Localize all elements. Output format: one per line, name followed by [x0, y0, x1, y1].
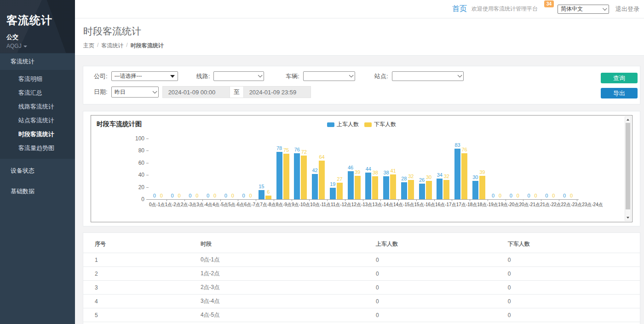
table-cell: 0: [496, 267, 640, 281]
chart-category-group: 00: [220, 139, 238, 199]
query-button[interactable]: 查询: [601, 73, 638, 83]
alighting-bar: 32: [443, 139, 449, 199]
language-select[interactable]: 简体中文: [558, 5, 609, 14]
company-select[interactable]: ---请选择---: [111, 71, 178, 81]
bar-value-label: 27: [337, 176, 342, 182]
topbar: 首页 欢迎使用客流统计管理平台 34 简体中文 退出登录: [75, 0, 644, 18]
table-cell: 4点-5点: [189, 308, 364, 322]
y-axis-tick-label: 40: [124, 172, 144, 178]
sidebar-subitem[interactable]: 客流明细: [0, 72, 75, 86]
breadcrumb-section[interactable]: 客流统计: [101, 42, 123, 50]
legend-boarding[interactable]: 上车人数: [327, 121, 359, 128]
table-cell: 0点-1点: [189, 253, 364, 267]
sidebar: 客流统计 公交 AQGJ 客流统计客流明细客流汇总线路客流统计站点客流统计时段客…: [0, 0, 75, 324]
y-axis-tick: [146, 163, 149, 163]
chart-category-group: 2832: [399, 139, 417, 199]
bar-rect: [426, 181, 432, 199]
bar-value-label: 0: [510, 193, 512, 198]
legend-alighting[interactable]: 下车人数: [364, 121, 396, 128]
scroll-up-arrow[interactable]: [625, 117, 631, 122]
org-code-dropdown[interactable]: AQGJ: [6, 43, 69, 49]
filter-buttons: 查询 导出: [601, 73, 638, 98]
bar-rect: [372, 176, 378, 199]
vehicle-label: 车辆:: [286, 72, 299, 81]
boarding-bar: 38: [383, 139, 389, 199]
y-axis-tick: [146, 139, 149, 139]
table-cell: 0: [496, 295, 640, 308]
chevron-down-icon: [457, 73, 462, 77]
bar-rect: [294, 153, 300, 199]
sidebar-subitem[interactable]: 站点客流统计: [0, 114, 75, 127]
chart-title: 时段车流统计图: [97, 120, 142, 128]
alighting-bar: 72: [301, 139, 307, 199]
bar-value-label: 38: [373, 170, 378, 175]
y-axis-tick-label: 80: [124, 147, 144, 154]
bar-rect: [337, 183, 343, 199]
bar-rect: [390, 174, 396, 199]
chevron-down-icon: [603, 6, 607, 11]
alighting-bar: 76: [461, 139, 467, 199]
logo-area: 客流统计 公交 AQGJ: [0, 0, 75, 53]
alighting-bar: 0: [230, 139, 236, 199]
boarding-bar: 0: [169, 139, 175, 199]
boarding-bar: 0: [526, 139, 532, 199]
x-axis-label: 4点-5点: [213, 202, 228, 208]
bar-value-label: 0: [231, 193, 234, 198]
alighting-bar: 6: [265, 139, 271, 199]
scroll-down-arrow[interactable]: [625, 215, 631, 220]
bar-rect: [408, 180, 414, 199]
chart-scrollbar[interactable]: [625, 116, 631, 221]
breadcrumb: 主页 / 客流统计 / 时段客流统计: [83, 42, 644, 50]
bar-value-label: 0: [171, 193, 174, 198]
org-name: 公交: [6, 33, 69, 41]
start-date-input[interactable]: 2024-01-09 00:00: [162, 86, 230, 98]
language-select-value: 简体中文: [561, 5, 583, 13]
table-cell: 4: [83, 295, 189, 308]
sidebar-section[interactable]: 客流统计: [0, 53, 75, 70]
vehicle-select[interactable]: [303, 71, 355, 81]
chart-panel: 时段车流统计图 上车人数 下车人数 100806040200 000000000…: [83, 111, 640, 226]
company-label: 公司:: [94, 72, 108, 81]
legend-boarding-swatch: [327, 122, 334, 127]
chart-x-labels: 0点-1点1点-2点2点-3点3点-4点4点-5点5点-6点6点-7点7点-8点…: [149, 202, 577, 208]
alighting-bar: 38: [372, 139, 378, 199]
bar-value-label: 78: [276, 145, 282, 151]
export-button[interactable]: 导出: [601, 88, 638, 98]
chart-scrollbar-thumb[interactable]: [626, 123, 630, 209]
alighting-bar: 0: [176, 139, 182, 199]
sidebar-section[interactable]: 设备状态: [0, 162, 75, 179]
col-header-alighting: 下车人数: [496, 237, 640, 253]
logout-link[interactable]: 退出登录: [615, 5, 639, 13]
notification-badge: 34: [544, 0, 554, 7]
caret-down-icon: [23, 46, 27, 47]
sidebar-section[interactable]: 基础数据: [0, 183, 75, 200]
alighting-bar: 41: [390, 139, 396, 199]
boarding-bar: 0: [562, 139, 568, 199]
col-header-boarding: 上车人数: [364, 237, 496, 253]
sidebar-subitem[interactable]: 客流量趋势图: [0, 141, 75, 155]
data-table: 序号 时段 上车人数 下车人数 10点-1点0021点-2点0032点-3点00…: [83, 237, 640, 324]
table-cell: 0: [364, 253, 496, 267]
alighting-bar: 39: [479, 139, 485, 199]
date-preset-select[interactable]: 昨日: [111, 87, 159, 98]
chart-category-group: 7875: [274, 139, 292, 199]
table-cell: 0: [364, 308, 496, 322]
chart-category-group: 7672: [292, 139, 310, 199]
x-axis-label: 17点-18点: [456, 202, 477, 208]
station-select[interactable]: [392, 71, 464, 81]
bar-rect: [461, 153, 467, 199]
boarding-bar: 26: [419, 139, 425, 199]
home-link[interactable]: 首页: [452, 4, 467, 14]
table-row: 10点-1点00: [83, 253, 640, 267]
chart-x-axis: [146, 199, 579, 200]
x-axis-label: 0点-1点: [149, 202, 165, 208]
breadcrumb-home[interactable]: 主页: [83, 42, 94, 50]
sidebar-subitem[interactable]: 时段客流统计: [0, 127, 75, 141]
end-date-input[interactable]: 2024-01-09 23:59: [243, 86, 311, 98]
sidebar-subitem[interactable]: 客流汇总: [0, 86, 75, 100]
filter-panel: 公司: ---请选择--- 线路: 车辆: 站点:: [83, 66, 640, 104]
y-axis-tick-label: 20: [124, 184, 144, 191]
line-select[interactable]: [213, 71, 264, 81]
sidebar-subitem[interactable]: 线路客流统计: [0, 100, 75, 114]
bar-value-label: 39: [479, 169, 485, 175]
